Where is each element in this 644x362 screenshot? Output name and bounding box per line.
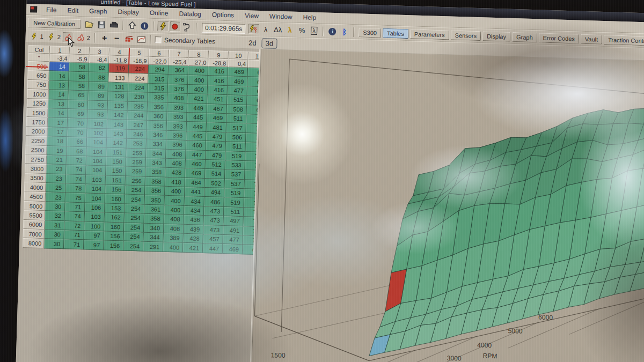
- table-cell-3500-c2[interactable]: 74: [66, 174, 86, 184]
- table-cell-7000-c9[interactable]: 457: [203, 234, 223, 244]
- table-cell-5500-c1[interactable]: 32: [45, 211, 65, 220]
- table-cell-1250-c6[interactable]: 356: [148, 102, 167, 112]
- table-cell-750-c3[interactable]: 89: [89, 82, 108, 91]
- table-cell-3000-c5[interactable]: 259: [126, 167, 145, 176]
- table-cell-4500-c3[interactable]: 104: [85, 194, 105, 203]
- table-cell-2000-c1[interactable]: 17: [47, 127, 67, 137]
- table-cell-4500-c7[interactable]: 400: [164, 196, 184, 205]
- table-cell-2750-c2[interactable]: 72: [67, 156, 86, 165]
- table-cell-1000-c7[interactable]: 408: [167, 93, 187, 103]
- table-cell-1250-c10[interactable]: 508: [227, 105, 247, 114]
- table-cell-7000-c2[interactable]: 71: [64, 230, 84, 240]
- table-cell-1000-c5[interactable]: 230: [128, 92, 148, 102]
- col-header-4[interactable]: 4: [109, 48, 129, 56]
- table-cell-1500-c3[interactable]: 93: [87, 109, 107, 119]
- table-cell-5000-c3[interactable]: 106: [85, 203, 105, 212]
- table-cell-5000-c8[interactable]: 434: [184, 206, 204, 216]
- table-cell-2500-c2[interactable]: 68: [67, 146, 86, 156]
- table-cell-2000-c6[interactable]: 346: [147, 130, 166, 139]
- table-cell-2250-c7[interactable]: 396: [166, 140, 186, 150]
- delta-lambda-icon[interactable]: Δλ: [272, 25, 283, 35]
- table-cell-1750-c1[interactable]: 17: [48, 118, 68, 128]
- table-cell-2000-c8[interactable]: 445: [186, 131, 206, 141]
- table-cell-750-c11[interactable]: 67: [247, 86, 260, 96]
- table-cell-4000-c9[interactable]: 494: [204, 188, 224, 197]
- table-cell-1250-c8[interactable]: 449: [187, 104, 207, 113]
- table-cell-2000-c10[interactable]: 506: [226, 132, 246, 142]
- table-cell-750-c8[interactable]: 400: [188, 85, 208, 94]
- table-cell-3000-c2[interactable]: 74: [66, 165, 86, 175]
- table-cell-5000-c1[interactable]: 30: [45, 202, 65, 211]
- table-cell-2750-c1[interactable]: 21: [47, 155, 67, 165]
- table-cell-6000-c3[interactable]: 100: [84, 221, 104, 231]
- col-header-10[interactable]: 10: [229, 51, 248, 60]
- table-cell-1000-c1[interactable]: 14: [48, 90, 68, 99]
- col-header-11[interactable]: 11: [248, 51, 260, 60]
- table-cell-750-c6[interactable]: 315: [148, 84, 168, 93]
- table-cell-500-c8[interactable]: 400: [188, 66, 208, 76]
- table-cell-8000-c5[interactable]: 254: [123, 241, 143, 251]
- table-cell-5000-c6[interactable]: 361: [144, 205, 164, 215]
- table-cell-2000-c7[interactable]: 396: [166, 131, 186, 141]
- row-header-4500[interactable]: 4500: [24, 191, 46, 202]
- table-cell-1250-c2[interactable]: 60: [68, 100, 88, 109]
- row-header-1500[interactable]: 1500: [26, 108, 48, 118]
- lambda-table-icon[interactable]: λ: [309, 26, 320, 36]
- table-cell-5500-c4[interactable]: 162: [104, 213, 124, 223]
- col-value-header-3[interactable]: -8,4: [89, 55, 109, 64]
- print-icon[interactable]: [108, 20, 120, 31]
- lambda-icon[interactable]: λ: [260, 24, 272, 35]
- table-cell-8000-c4[interactable]: 156: [104, 241, 123, 250]
- table-cell-650-c2[interactable]: 58: [69, 72, 89, 82]
- menu-item-edit[interactable]: Edit: [62, 5, 84, 16]
- table-cell-3500-c1[interactable]: 23: [46, 174, 66, 183]
- table-cell-1750-c5[interactable]: 247: [127, 120, 147, 130]
- table-cell-3500-c10[interactable]: 537: [224, 179, 244, 189]
- table-cell-5500-c3[interactable]: 103: [84, 212, 104, 222]
- menu-item-help[interactable]: Help: [297, 12, 321, 23]
- record-icon[interactable]: [170, 21, 181, 32]
- table-cell-4500-c4[interactable]: 160: [105, 194, 125, 204]
- table-cell-500-c4[interactable]: 119: [109, 64, 129, 73]
- table-cell-5000-c7[interactable]: 400: [164, 205, 184, 215]
- row-header-750[interactable]: 750: [27, 80, 49, 90]
- table-cell-500-c3[interactable]: 82: [89, 63, 109, 73]
- table-cell-1000-c8[interactable]: 421: [187, 94, 207, 104]
- table-cell-1750-c2[interactable]: 70: [68, 119, 87, 128]
- table-cell-1000-c10[interactable]: 515: [227, 95, 247, 105]
- nav-button-traction-control[interactable]: Traction Control: [604, 34, 644, 46]
- new-calibration-button[interactable]: New Calibration: [28, 18, 80, 29]
- nav-button-s300[interactable]: S300: [358, 27, 381, 38]
- table-cell-4000-c6[interactable]: 356: [145, 186, 165, 196]
- table-cell-5500-c5[interactable]: 254: [124, 213, 144, 223]
- table-cell-2750-c3[interactable]: 104: [86, 156, 106, 166]
- table-cell-2750-c10[interactable]: 533: [225, 160, 245, 170]
- decrease-icon[interactable]: −: [111, 33, 123, 44]
- table-cell-3000-c3[interactable]: 104: [86, 166, 106, 175]
- nav-button-error-codes[interactable]: Error Codes: [538, 33, 579, 43]
- table-cell-2750-c4[interactable]: 150: [106, 157, 126, 166]
- col-value-header-10[interactable]: 0,4: [228, 59, 248, 68]
- table-cell-5500-c10[interactable]: 497: [223, 216, 243, 226]
- table-cell-8000-c9[interactable]: 447: [203, 243, 223, 253]
- table-cell-3500-c8[interactable]: 464: [185, 178, 204, 188]
- bolt-1-icon[interactable]: [28, 31, 40, 42]
- row-header-1250[interactable]: 1250: [27, 99, 48, 109]
- table-cell-500-c9[interactable]: 416: [208, 67, 228, 76]
- table-cell-8000-c8[interactable]: 421: [183, 243, 203, 253]
- col-header-7[interactable]: 7: [169, 49, 189, 58]
- table-cell-500-c2[interactable]: 58: [69, 62, 89, 72]
- table-cell-650-c7[interactable]: 376: [168, 75, 188, 84]
- col-value-header-5[interactable]: -16,9: [129, 56, 149, 65]
- table-cell-2750-c8[interactable]: 460: [186, 159, 206, 169]
- table-cell-2250-c2[interactable]: 66: [67, 137, 87, 146]
- table-cell-1500-c1[interactable]: 14: [48, 108, 68, 118]
- table-cell-3500-c3[interactable]: 103: [86, 175, 106, 184]
- table-cell-8000-c10[interactable]: 469: [223, 244, 243, 254]
- table-cell-1750-c3[interactable]: 102: [87, 119, 107, 129]
- table-cell-500-c6[interactable]: 294: [149, 65, 169, 75]
- table-cell-750-c5[interactable]: 224: [128, 83, 148, 92]
- table-cell-1750-c9[interactable]: 481: [207, 122, 226, 132]
- table-cell-2750-c5[interactable]: 259: [126, 158, 146, 167]
- row-header-8000[interactable]: 8000: [23, 238, 44, 248]
